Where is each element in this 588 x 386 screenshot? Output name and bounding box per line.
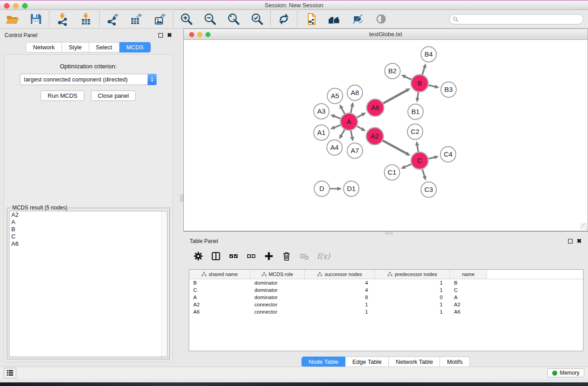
close-view-button[interactable] — [189, 32, 194, 37]
float-table-panel-icon[interactable] — [568, 239, 573, 243]
cell[interactable]: A2 — [189, 302, 250, 307]
table-row[interactable]: Adominator80A — [189, 294, 583, 301]
result-item[interactable]: A2 — [10, 211, 167, 219]
edge-C-C2[interactable] — [417, 145, 418, 152]
result-item[interactable]: B — [10, 226, 167, 233]
result-list-scrollbar[interactable] — [161, 211, 167, 357]
cell[interactable]: 8 — [305, 295, 375, 300]
add-column-icon[interactable] — [264, 251, 274, 261]
cell[interactable]: dominator — [250, 287, 305, 293]
cell[interactable]: 0 — [375, 295, 450, 300]
edge-A-A7[interactable] — [351, 130, 352, 138]
table-row[interactable]: Bdominator41B — [189, 279, 583, 286]
column-header-shared-name[interactable]: shared name — [189, 270, 250, 279]
edge-A-A1[interactable] — [334, 125, 341, 128]
zoom-view-button[interactable] — [206, 32, 210, 37]
export-table-icon[interactable] — [129, 12, 143, 26]
export-network-icon[interactable] — [106, 12, 120, 26]
cell[interactable]: A2 — [450, 302, 487, 307]
edge-A2-C[interactable] — [382, 140, 407, 154]
cell[interactable]: 1 — [375, 287, 450, 293]
tab-select[interactable]: Select — [89, 42, 120, 52]
column-header-successor-nodes[interactable]: successor nodes — [305, 270, 375, 279]
new-network-icon[interactable] — [304, 12, 317, 26]
tab-style[interactable]: Style — [62, 42, 89, 52]
cell[interactable]: dominator — [250, 280, 305, 286]
apply-layout-icon[interactable] — [277, 12, 291, 26]
cell[interactable]: connector — [250, 302, 305, 307]
network-graph[interactable]: B4B2BB3A8A5A6A3B1AA1C2A2A4A7C4CC1C3DD1 — [184, 40, 588, 230]
tab-edge-table[interactable]: Edge Table — [345, 357, 389, 367]
result-item[interactable]: A — [10, 219, 167, 226]
divider-handle-icon[interactable] — [386, 232, 392, 234]
edge-A-A6[interactable] — [357, 114, 363, 118]
close-panel-button[interactable]: Close panel — [91, 91, 136, 101]
column-header-predecessor-nodes[interactable]: predecessor nodes — [375, 270, 450, 279]
cell[interactable]: connector — [250, 309, 305, 315]
cell[interactable]: A — [189, 295, 250, 300]
close-table-panel-icon[interactable]: ✖ — [577, 239, 582, 243]
open-session-icon[interactable] — [5, 12, 19, 26]
search-input[interactable] — [459, 16, 583, 22]
edge-A-A2[interactable] — [357, 126, 363, 129]
import-table-icon[interactable] — [79, 12, 93, 26]
table-row[interactable]: A6connector11A6 — [189, 308, 583, 315]
cell[interactable]: 1 — [375, 280, 450, 286]
cell[interactable]: 4 — [305, 287, 375, 293]
network-canvas[interactable]: B4B2BB3A8A5A6A3B1AA1C2A2A4A7C4CC1C3DD1 — [184, 40, 588, 230]
export-image-icon[interactable] — [153, 12, 167, 26]
result-item[interactable]: A6 — [10, 240, 167, 248]
result-item[interactable]: C — [10, 233, 167, 240]
edge-B-B4[interactable] — [422, 67, 425, 75]
mcds-result-list[interactable]: A2ABCA6 — [9, 211, 167, 357]
edge-A-A5[interactable] — [341, 108, 345, 114]
delete-columns-trash-icon[interactable] — [282, 251, 292, 261]
run-mcds-button[interactable]: Run MCDS — [41, 91, 84, 101]
select-all-icon[interactable] — [229, 251, 239, 261]
cell[interactable]: C — [189, 287, 250, 293]
memory-button[interactable]: Memory — [547, 368, 584, 377]
hide-labels-icon[interactable] — [351, 12, 364, 26]
edge-B-B3[interactable] — [428, 85, 435, 87]
task-history-button[interactable] — [4, 368, 16, 378]
network-window-titlebar[interactable]: testGlobe.txt — [184, 29, 588, 40]
edge-C-C1[interactable] — [405, 164, 412, 167]
zoom-fit-icon[interactable] — [227, 12, 240, 26]
table-settings-gear-icon[interactable] — [193, 251, 203, 261]
column-manager-icon[interactable] — [211, 251, 221, 261]
column-header-MCDS-role[interactable]: MCDS role — [250, 270, 305, 279]
open-browser-home-icon[interactable] — [327, 12, 341, 26]
cell[interactable]: B — [189, 280, 250, 286]
deselect-all-icon[interactable] — [246, 251, 256, 261]
tab-network[interactable]: Network — [26, 42, 62, 52]
tab-network-table[interactable]: Network Table — [389, 357, 440, 367]
edge-C-C4[interactable] — [428, 157, 435, 159]
tab-node-table[interactable]: Node Table — [301, 357, 346, 367]
column-header-name[interactable]: name — [450, 270, 487, 279]
close-panel-icon[interactable]: ✖ — [167, 33, 172, 38]
edge-B-B1[interactable] — [417, 92, 418, 98]
zoom-out-icon[interactable] — [203, 12, 217, 26]
resize-grip-icon[interactable] — [580, 223, 587, 230]
zoom-window-button[interactable] — [22, 3, 28, 9]
edge-B-B2[interactable] — [405, 76, 411, 80]
minimize-window-button[interactable] — [13, 3, 19, 9]
edge-C-C3[interactable] — [422, 169, 425, 176]
toggle-visibility-icon[interactable] — [374, 12, 388, 26]
cell[interactable]: 1 — [375, 309, 450, 315]
cell[interactable]: A6 — [450, 309, 487, 315]
table-row[interactable]: A2connector11A2 — [189, 301, 583, 308]
search-field[interactable] — [449, 14, 583, 24]
edge-A-A4[interactable] — [341, 129, 345, 136]
node-table[interactable]: shared nameMCDS rolesuccessor nodesprede… — [189, 269, 583, 351]
cell[interactable]: B — [450, 280, 487, 286]
cell[interactable]: C — [450, 287, 487, 293]
save-session-icon[interactable] — [29, 12, 43, 26]
close-window-button[interactable] — [4, 3, 10, 9]
zoom-selected-icon[interactable] — [250, 12, 264, 26]
edge-A6-B[interactable] — [383, 90, 407, 103]
cell[interactable]: A6 — [189, 309, 250, 315]
edge-A-A3[interactable] — [334, 116, 341, 119]
zoom-in-icon[interactable] — [180, 12, 193, 26]
criterion-dropdown[interactable]: largest connected component (directed) ▲… — [20, 74, 157, 85]
